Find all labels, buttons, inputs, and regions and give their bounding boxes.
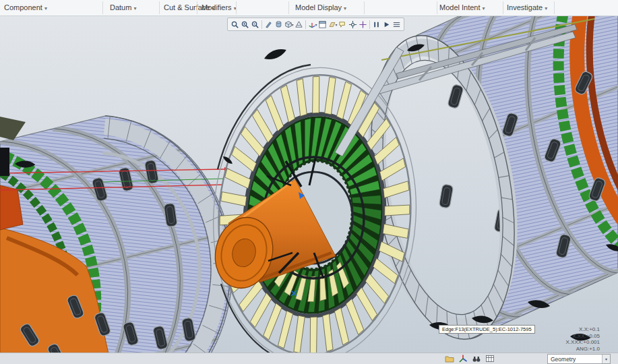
perspective-icon[interactable] (295, 20, 304, 29)
annotation-display-icon[interactable] (338, 20, 348, 29)
ribbon-divider (503, 1, 503, 14)
ribbon-divider (197, 1, 197, 14)
ribbon-group-label: Modifiers (202, 3, 232, 11)
status-bar: Geometry ▾ (0, 353, 618, 364)
zoom-out-icon[interactable] (251, 20, 260, 29)
ribbon: Component▾ Datum▾ Cut & Surface▾ Modifie… (0, 0, 618, 16)
ribbon-group-label: Model Display (295, 3, 342, 11)
saved-orientations-icon[interactable]: ▾ (308, 20, 317, 29)
refit-icon[interactable] (230, 20, 240, 29)
ribbon-group-investigate[interactable]: Investigate▾ (507, 0, 547, 16)
grid-icon[interactable] (485, 354, 495, 363)
caret-icon: ▾ (291, 22, 293, 27)
caret-icon: ▾ (545, 5, 547, 11)
folder-icon[interactable] (445, 354, 454, 363)
ribbon-group-model-display[interactable]: Model Display▾ (295, 0, 346, 16)
ribbon-divider (159, 1, 160, 14)
caret-icon: ▾ (483, 5, 485, 11)
caret-icon: ▾ (44, 5, 47, 11)
precision-line: X.X:+0.1 (566, 326, 600, 333)
ribbon-divider (102, 1, 103, 14)
selection-filter-combo[interactable]: Geometry ▾ (547, 354, 611, 364)
ribbon-group-modifiers[interactable]: Modifiers▾ (202, 0, 237, 16)
toolbar-separator (369, 20, 370, 29)
3d-viewport[interactable] (0, 16, 618, 364)
precision-line: X.XX:+0.05 (566, 333, 600, 340)
ribbon-group-model-intent[interactable]: Model Intent▾ (439, 0, 485, 16)
display-style-icon[interactable]: ▾ (284, 20, 294, 29)
play-icon[interactable] (382, 20, 392, 29)
selection-filter-value: Geometry (548, 356, 602, 363)
view-manager-icon[interactable] (318, 20, 328, 29)
pause-icon[interactable] (372, 20, 381, 29)
ribbon-group-datum[interactable]: Datum▾ (110, 0, 136, 16)
ribbon-group-label: Datum (110, 3, 131, 11)
repaint-icon[interactable] (264, 20, 274, 29)
dragger-icon[interactable] (458, 354, 468, 363)
ribbon-divider (437, 1, 437, 14)
left-edge-fragment (0, 148, 9, 176)
caret-icon: ▾ (315, 22, 317, 27)
ribbon-group-component[interactable]: Component▾ (4, 0, 47, 16)
ribbon-group-label: Component (4, 3, 42, 11)
status-bar-icons (445, 354, 495, 363)
shaded-view-icon[interactable] (274, 20, 284, 29)
ribbon-divider (554, 1, 555, 14)
edge-tooltip: Edge:F13(EXTRUDE_5):EC-1012-7595 (439, 325, 535, 334)
precision-readout: X.X:+0.1 X.XX:+0.05 X.XXX:+0.001 ANG:+1.… (566, 326, 600, 352)
precision-line: ANG:+1.0 (566, 346, 600, 353)
3d-dragger-icon[interactable] (359, 20, 368, 29)
toolbar-separator (305, 20, 306, 29)
precision-line: X.XXX:+0.001 (566, 339, 600, 346)
ribbon-divider (288, 1, 289, 14)
combo-caret-icon[interactable]: ▾ (602, 355, 610, 363)
cad-application-window: { "glyphs": { "caret": "▾" }, "ribbon": … (0, 0, 618, 364)
caret-icon: ▾ (133, 5, 136, 11)
ribbon-divider (236, 1, 237, 14)
ribbon-group-label: Model Intent (439, 3, 481, 11)
graphics-toolbar: ▾ ▾ ▾ (227, 18, 404, 31)
caret-icon: ▾ (335, 22, 337, 27)
spin-center-icon[interactable] (348, 20, 358, 29)
zoom-in-icon[interactable] (241, 20, 250, 29)
caret-icon: ▾ (344, 5, 346, 11)
search-icon[interactable] (472, 354, 481, 363)
datum-display-icon[interactable]: ▾ (328, 20, 338, 29)
ribbon-group-label: Investigate (507, 3, 543, 11)
toolbar-separator (261, 20, 262, 29)
ribbon-divider (364, 1, 365, 14)
options-icon[interactable] (392, 20, 402, 29)
